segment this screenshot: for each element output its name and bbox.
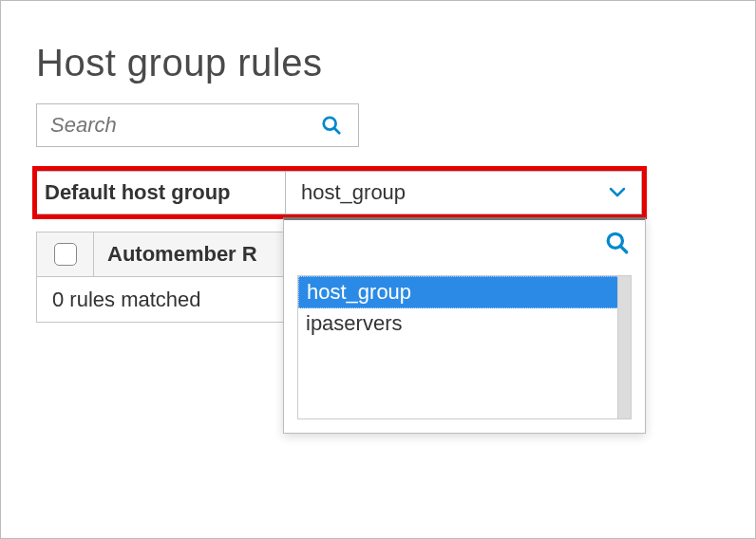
svg-line-3 [621, 247, 627, 252]
scrollbar[interactable] [617, 276, 631, 418]
combobox-value: host_group [301, 180, 609, 205]
svg-line-1 [334, 128, 339, 133]
dropdown-search-input[interactable] [297, 231, 603, 255]
page-title: Host group rules [36, 42, 720, 84]
select-all-checkbox[interactable] [54, 243, 77, 266]
chevron-down-icon [609, 184, 626, 201]
default-host-group-combobox[interactable]: host_group [285, 171, 642, 214]
main-content: Host group rules [36, 42, 720, 147]
search-input[interactable] [50, 113, 318, 138]
search-icon[interactable] [603, 229, 632, 257]
dropdown-search-row [284, 220, 645, 266]
default-host-group-row: Default host group host_group [36, 171, 642, 214]
default-host-group-label: Default host group [36, 171, 285, 214]
dropdown-option-hostgroup[interactable]: host_group [298, 276, 631, 308]
combobox-dropdown: host_group ipaservers [283, 217, 646, 434]
select-all-cell [37, 232, 94, 276]
search-box[interactable] [36, 103, 359, 147]
dropdown-option-ipaservers[interactable]: ipaservers [298, 308, 631, 339]
search-icon[interactable] [318, 112, 345, 139]
dropdown-listbox[interactable]: host_group ipaservers [297, 275, 632, 419]
